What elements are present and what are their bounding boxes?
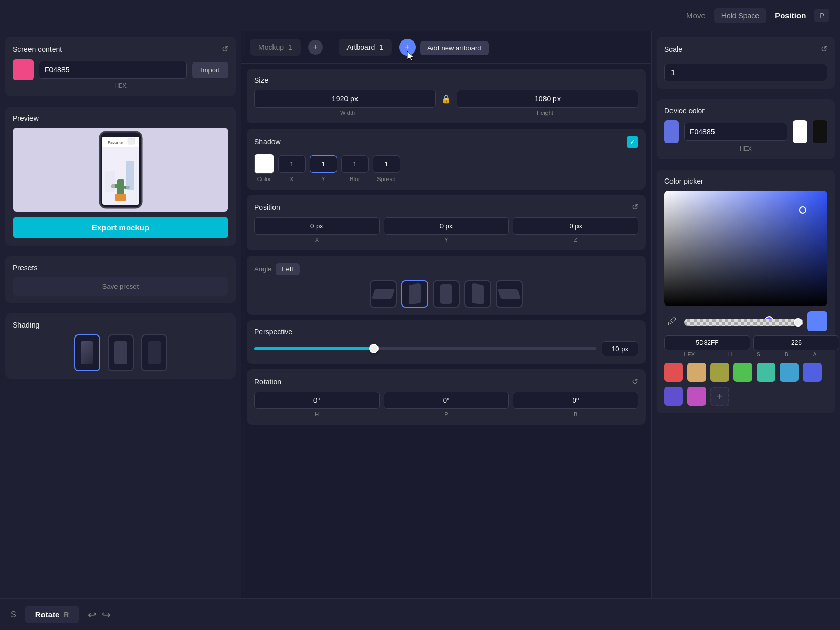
add-swatch-button[interactable]: +: [710, 387, 729, 406]
swatch-pink[interactable]: [687, 387, 706, 406]
angle-option-flat-left[interactable]: [370, 280, 397, 308]
width-label: Width: [254, 110, 441, 116]
swatch-green[interactable]: [733, 363, 752, 382]
angle-option-flat-right[interactable]: [496, 280, 523, 308]
svg-text:Favorite: Favorite: [108, 140, 123, 145]
color-h-input[interactable]: [753, 335, 839, 350]
swatch-light-blue[interactable]: [780, 363, 799, 382]
color-value-labels: HEX H S B A: [664, 352, 827, 358]
scale-refresh-button[interactable]: ↺: [821, 44, 827, 54]
height-input[interactable]: [457, 90, 638, 108]
device-color-black-swatch[interactable]: [813, 120, 827, 143]
shading-option-2[interactable]: [108, 334, 134, 371]
angle-options: [254, 280, 638, 308]
rotation-p-label: P: [384, 411, 509, 417]
shading-section: Shading: [5, 313, 236, 379]
position-x-input[interactable]: [254, 217, 380, 235]
perspective-title: Perspective: [254, 328, 292, 336]
center-panel: Mockup_1 + Artboard_1 + Add new artboard…: [242, 32, 651, 598]
import-button[interactable]: Import: [192, 62, 228, 78]
height-label: Height: [452, 110, 638, 116]
width-input[interactable]: [254, 90, 436, 108]
svg-rect-9: [126, 161, 134, 190]
shadow-color-swatch[interactable]: [254, 154, 274, 174]
shading-option-1[interactable]: [74, 334, 100, 371]
picker-cursor: [799, 206, 806, 214]
s-key-label: S: [10, 610, 16, 620]
add-artboard-button[interactable]: +: [399, 39, 416, 56]
angle-value-badge: Left: [276, 263, 300, 275]
perspective-value-input[interactable]: [602, 341, 638, 356]
position-title: Position: [254, 203, 280, 212]
scale-section: Scale ↺: [657, 37, 835, 89]
add-artboard-tooltip: Add new artboard: [420, 41, 489, 55]
export-mockup-button[interactable]: Export mockup: [13, 217, 228, 238]
svg-rect-5: [117, 179, 124, 195]
right-panel: Scale ↺ Device color HEX: [651, 32, 840, 598]
angle-option-standing-right[interactable]: [464, 280, 491, 308]
position-tool-label: Position: [775, 11, 806, 20]
shadow-spread-input[interactable]: [373, 155, 400, 173]
color-gradient-picker[interactable]: [664, 191, 827, 306]
undo-button[interactable]: ↩: [88, 608, 97, 621]
shadow-blur-input[interactable]: [341, 155, 369, 173]
shadow-x-label: X: [278, 176, 306, 182]
scale-input[interactable]: [664, 64, 827, 81]
rotation-p-input[interactable]: [384, 392, 509, 409]
rotation-b-input[interactable]: [513, 392, 638, 409]
device-color-blue-swatch[interactable]: [664, 120, 679, 143]
position-y-input[interactable]: [384, 217, 509, 235]
position-z-input[interactable]: [513, 217, 638, 235]
device-hex-input[interactable]: [684, 123, 788, 141]
swatch-peach[interactable]: [687, 363, 706, 382]
screen-content-title: Screen content: [13, 45, 62, 54]
device-color-white-swatch[interactable]: [793, 120, 807, 143]
rotation-h-input[interactable]: [254, 392, 380, 409]
color-hex-label: HEX: [664, 352, 715, 358]
swatch-purple[interactable]: [664, 387, 683, 406]
left-panel: Screen content ↺ Import HEX Preview: [0, 32, 242, 598]
rotation-refresh-button[interactable]: ↺: [632, 376, 638, 386]
artboard-tab[interactable]: Artboard_1: [339, 39, 392, 56]
color-b-label: B: [774, 352, 799, 358]
shadow-checkbox[interactable]: ✓: [627, 136, 638, 148]
position-section: Position ↺ X Y Z: [247, 195, 646, 250]
redo-button[interactable]: ↪: [102, 608, 111, 621]
shadow-color-label: Color: [254, 176, 274, 182]
rotate-label: Rotate: [35, 610, 60, 619]
opacity-slider[interactable]: [684, 319, 803, 326]
angle-option-standing-left[interactable]: [401, 280, 428, 308]
rotation-b-label: B: [513, 411, 638, 417]
color-picker-section: Color picker 🖊: [657, 170, 835, 413]
screen-content-section: Screen content ↺ Import HEX: [5, 37, 236, 96]
add-mockup-button[interactable]: +: [308, 40, 323, 55]
shadow-y-label: Y: [310, 176, 337, 182]
size-section: Size 🔒 Width Height: [247, 69, 646, 123]
mockup-tab[interactable]: Mockup_1: [250, 39, 301, 56]
shadow-y-input[interactable]: [310, 155, 337, 173]
save-preset-button[interactable]: Save preset: [13, 277, 228, 296]
eyedropper-button[interactable]: 🖊: [664, 315, 680, 328]
screen-content-refresh-button[interactable]: ↺: [222, 44, 228, 54]
screen-hex-input[interactable]: [39, 61, 187, 79]
swatch-blue[interactable]: [803, 363, 822, 382]
screen-color-swatch[interactable]: [13, 59, 34, 80]
position-key-badge: P: [814, 9, 830, 22]
bottom-bar: S Rotate R ↩ ↪: [0, 598, 840, 630]
size-title: Size: [254, 76, 268, 85]
presets-title: Presets: [13, 264, 37, 272]
color-hex-value-input[interactable]: [664, 335, 750, 350]
rotate-button[interactable]: Rotate R: [25, 606, 80, 623]
shadow-spread-label: Spread: [373, 176, 400, 182]
swatch-teal[interactable]: [757, 363, 775, 382]
shading-option-3[interactable]: [141, 334, 167, 371]
swatch-red[interactable]: [664, 363, 683, 382]
swatch-olive[interactable]: [710, 363, 729, 382]
angle-option-straight[interactable]: [433, 280, 460, 308]
phone-mockup-svg: Favorite: [97, 129, 144, 211]
position-refresh-button[interactable]: ↺: [632, 202, 638, 212]
perspective-slider[interactable]: [254, 347, 596, 351]
shadow-x-input[interactable]: [278, 155, 306, 173]
svg-rect-8: [116, 194, 126, 201]
color-preview-swatch[interactable]: [807, 311, 827, 331]
